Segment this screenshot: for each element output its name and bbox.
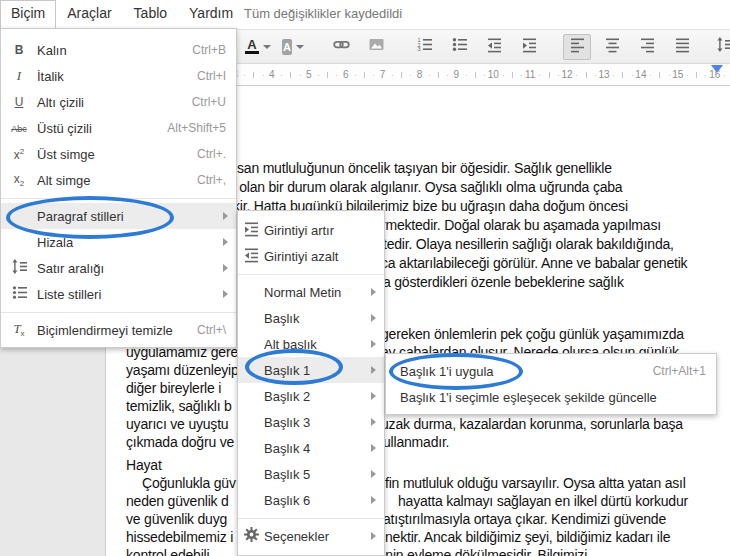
document-text-line[interactable]: tedir. Olaya nesillerin sağlığı olarak b… [383,237,674,252]
styles-submenu-item-girintiyi-azalt[interactable]: Girintiyi azalt [238,243,384,269]
menu-item-shortcut: Ctrl+, [197,173,236,187]
list-styles-icon [1,284,37,304]
justify-button[interactable] [668,34,696,60]
ruler-number: 5 [306,69,312,80]
format-menu-item-altı-çizili[interactable]: UAltı çiziliCtrl+U [1,89,236,115]
document-text-line[interactable]: a gösterdikleri özenle bebeklerine sağlı… [383,275,624,290]
ruler-dot [484,75,485,76]
document-text-line[interactable]: san mutluluğunun öncelik taşıyan bir öğe… [237,161,612,176]
document-text-line[interactable]: diğer bireylerle i [126,381,221,396]
decrease-indent-button[interactable] [480,34,508,60]
styles-submenu-item-başlık-3[interactable]: Başlık 3 [238,409,384,435]
format-menu-item-kalın[interactable]: BKalınCtrl+B [1,37,236,63]
format-menu-item-liste-stilleri[interactable]: Liste stilleri [1,281,236,307]
submenu-arrow-icon [371,314,376,322]
align-right-button[interactable] [633,34,661,60]
text-color-button[interactable]: A [244,34,272,60]
document-text-line[interactable]: Hayat [126,458,162,473]
styles-submenu-item-normal-metin[interactable]: Normal Metin [238,279,384,305]
ruler-tick [659,72,660,78]
menu-tab-tablo[interactable]: Tablo [123,0,178,27]
menu-separator [238,274,384,275]
submenu-arrow-icon [371,288,376,296]
submenu-arrow-icon [371,470,376,478]
document-text-line[interactable]: temizlik, sağlıklı b [126,399,232,414]
document-text-line[interactable]: r olan bir durum olarak algılanır. Oysa … [231,180,622,195]
ruler-tick [290,72,291,78]
ruler-dot [650,75,651,76]
ruler-number: 11 [525,69,535,80]
ruler-tick [253,72,254,78]
submenu-arrow-icon [371,340,376,348]
format-menu-item-paragraf-stilleri[interactable]: Paragraf stilleri [1,203,236,229]
ruler-tick [475,72,476,78]
format-menu-item-üstü-çizili[interactable]: AbcÜstü çiziliAlt+Shift+5 [1,115,236,141]
decrease-indent-icon [238,246,264,266]
format-menu-item-satır-aralığı[interactable]: Satır aralığı [1,255,236,281]
highlight-color-button[interactable]: A [279,34,307,60]
dropdown-caret-icon [296,45,304,49]
document-text-line[interactable]: Çoğunlukla güv [142,476,236,491]
ruler-dot [392,75,393,76]
format-menu-item-biçimlendirmeyi-temizle[interactable]: TxBiçimlendirmeyi temizleCtrl+\ [1,317,236,343]
bulleted-list-button[interactable] [445,34,473,60]
increase-indent-button[interactable] [515,34,543,60]
numbered-list-button[interactable]: 123 [410,34,438,60]
format-menu-item-üst-simge[interactable]: x2Üst simgeCtrl+. [1,141,236,167]
menubar: BiçimAraçlarTabloYardım Tüm değişiklikle… [0,0,730,28]
styles-submenu-item-alt-başlık[interactable]: Alt başlık [238,331,384,357]
menu-item-label: Altı çizili [37,95,192,110]
document-text-line[interactable]: hayatta kalmayı sağlayan en ilkel dürtü … [398,494,688,509]
document-text-line[interactable]: çıkmada doğru ve [126,435,234,450]
insert-link-button[interactable] [327,34,355,60]
document-text-line[interactable]: yaşamı düzenleyip [126,363,239,378]
menu-item-label: Alt simge [37,173,197,188]
format-menu-item-hizala[interactable]: Hizala [1,229,236,255]
ruler-number: 4 [269,69,275,80]
line-spacing-button[interactable] [716,34,730,60]
styles-submenu-item-başlık-4[interactable]: Başlık 4 [238,435,384,461]
document-text-line[interactable]: uyarıcı ve uyuştu [126,417,228,432]
menu-tab-yardım[interactable]: Yardım [178,0,244,27]
menu-tab-biçim[interactable]: Biçim [0,0,56,28]
styles-submenu-item-başlık-1[interactable]: Başlık 1 [238,357,384,383]
submenu-arrow-icon [223,238,228,246]
document-text-line[interactable]: nektir. Ancak bildiğimiz şeyi, bildiğimi… [385,530,670,545]
menu-item-label: Kalın [37,43,192,58]
heading1-submenu-item-başlık-1'i-seçimle-eşleşecek-şekilde-güncelle[interactable]: Başlık 1'i seçimle eşleşecek şekilde gün… [386,384,716,410]
styles-submenu-item-başlık[interactable]: Başlık [238,305,384,331]
submenu-arrow-icon [371,392,376,400]
menu-separator [1,198,236,199]
insert-image-button[interactable] [362,34,390,60]
document-text-line[interactable]: hissedebilmemiz i [126,530,233,545]
document-text-line[interactable]: kontrol edebili [126,548,209,556]
ruler-dot [263,75,264,76]
styles-submenu-item-seçenekler[interactable]: Seçenekler [238,523,384,549]
styles-submenu-item-başlık-5[interactable]: Başlık 5 [238,461,384,487]
heading1-submenu-item-başlık-1'i-uygula[interactable]: Başlık 1'i uygulaCtrl+Alt+1 [386,358,716,384]
document-text-line[interactable]: neden güvenlik d [126,494,229,509]
document-text-line[interactable]: ca aktarılabileceği görülür. Anne ve bab… [381,256,687,271]
styles-submenu-item-başlık-6[interactable]: Başlık 6 [238,487,384,513]
document-text-line[interactable]: gereken önlemlerin pek çoğu günlük yaşam… [381,327,684,342]
heading1-submenu: Başlık 1'i uygulaCtrl+Alt+1Başlık 1'i se… [385,353,717,415]
document-text-line[interactable]: fin mutluluk olduğu varsayılır. Oysa alt… [385,476,686,491]
styles-submenu-item-girintiyi-artır[interactable]: Girintiyi artır [238,217,384,243]
menu-item-label: Normal Metin [264,285,371,300]
ruler-dot [687,75,688,76]
align-left-button[interactable] [563,34,591,60]
document-text-line[interactable]: rmektedir. Doğal olarak bu aşamada yapıl… [381,218,661,233]
menu-item-label: Satır aralığı [37,261,223,276]
menu-tab-araçlar[interactable]: Araçlar [56,0,122,27]
format-menu-item-alt-simge[interactable]: x2Alt simgeCtrl+, [1,167,236,193]
document-text-line[interactable]: ve güvenlik duyg [126,512,227,527]
document-text-line[interactable]: uzak durma, kazalardan korunma, sorunlar… [381,417,683,432]
align-center-button[interactable] [598,34,626,60]
document-text-line[interactable]: atıştırılmasıyla ortaya çıkar. Kendimizi… [383,512,666,527]
styles-submenu-item-başlık-2[interactable]: Başlık 2 [238,383,384,409]
format-menu: BKalınCtrl+BIİtalikCtrl+IUAltı çiziliCtr… [0,28,237,348]
document-text-line[interactable]: ullanmadır. [383,435,449,450]
ruler-dot [724,75,725,76]
strikethrough-icon: Abc [1,121,37,135]
format-menu-item-i-talik[interactable]: IİtalikCtrl+I [1,63,236,89]
